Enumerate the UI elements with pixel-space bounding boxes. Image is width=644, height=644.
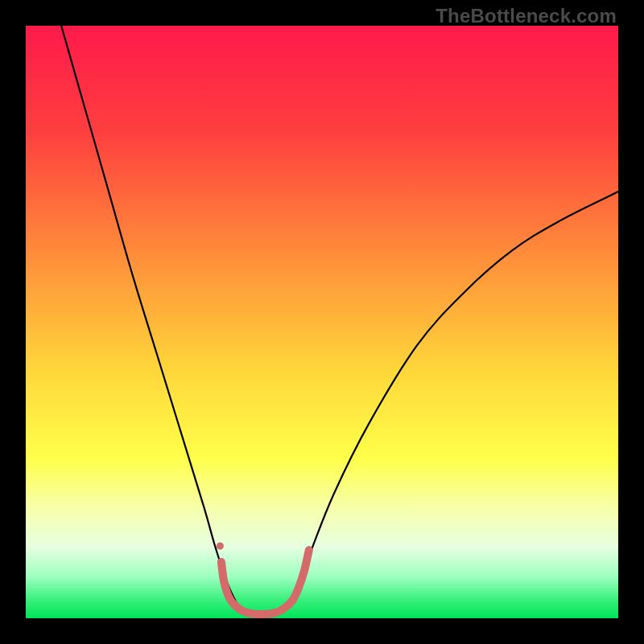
marker-dot	[226, 596, 233, 603]
marker-dot	[262, 610, 270, 617]
marker-dot	[235, 605, 242, 613]
marker-dot	[271, 609, 279, 617]
watermark-text: TheBottleneck.com	[436, 5, 617, 27]
marker-dot	[245, 609, 252, 617]
plot-area	[26, 26, 618, 618]
marker-dot	[221, 579, 228, 586]
marker-dot	[289, 597, 296, 604]
marker-dot	[280, 605, 287, 613]
marker-dot	[217, 559, 225, 566]
marker-dot	[254, 610, 261, 617]
marker-dot	[305, 547, 312, 554]
marker-dot	[217, 543, 224, 550]
chart-svg	[26, 26, 618, 618]
marker-dot	[295, 585, 302, 592]
chart-background	[26, 26, 618, 618]
chart-frame	[26, 26, 618, 618]
marker-dot	[300, 568, 308, 575]
